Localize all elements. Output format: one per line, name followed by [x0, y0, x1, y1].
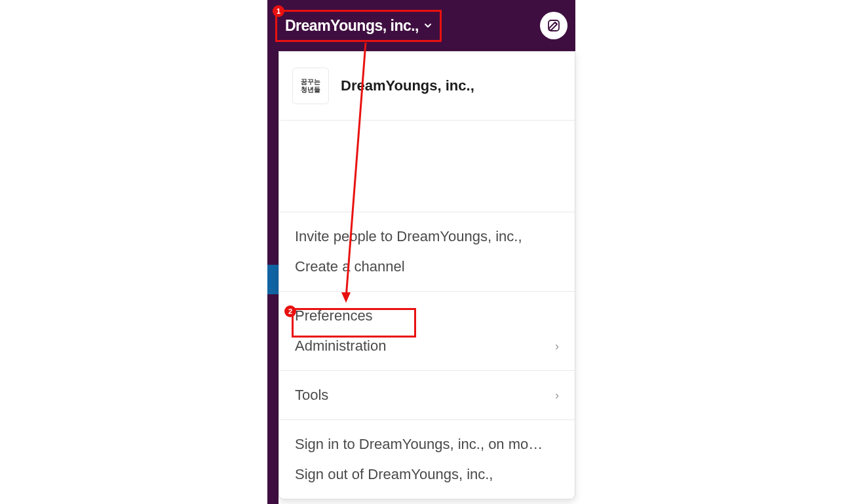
menu-sign-out[interactable]: Sign out of DreamYoungs, inc., — [279, 459, 575, 490]
menu-tools[interactable]: Tools › — [279, 380, 575, 410]
workspace-name: DreamYoungs, inc., — [341, 77, 474, 94]
chevron-right-icon: › — [555, 339, 559, 353]
menu-item-label: Preferences — [295, 307, 373, 324]
annotation-badge-1: 1 — [273, 5, 284, 17]
chevron-down-icon — [424, 22, 432, 29]
svg-rect-0 — [548, 20, 559, 31]
menu-item-label: Create a channel — [295, 258, 405, 275]
menu-item-label: Invite people to DreamYoungs, inc., — [295, 228, 522, 245]
dropdown-group-tools: Tools › — [279, 371, 575, 420]
chevron-right-icon: › — [555, 389, 559, 402]
annotation-badge-2: 2 — [284, 305, 296, 317]
sidebar-active-indicator — [267, 265, 279, 294]
badge-number: 1 — [277, 7, 280, 15]
badge-number: 2 — [288, 307, 292, 315]
menu-administration[interactable]: Administration › — [279, 331, 575, 361]
menu-item-label: Tools — [295, 387, 328, 404]
workspace-icon: 꿈꾸는 청년들 — [292, 68, 329, 104]
workspace-icon-text: 꿈꾸는 청년들 — [301, 78, 320, 94]
menu-invite-people[interactable]: Invite people to DreamYoungs, inc., — [279, 222, 575, 252]
menu-item-label: Administration — [295, 338, 386, 355]
compose-button[interactable] — [540, 12, 567, 39]
menu-item-label: Sign out of DreamYoungs, inc., — [295, 466, 493, 483]
menu-item-label: Sign in to DreamYoungs, inc., on mo… — [295, 436, 543, 453]
dropdown-header[interactable]: 꿈꾸는 청년들 DreamYoungs, inc., — [279, 52, 575, 121]
workspace-switcher-button[interactable]: DreamYoungs, inc., — [275, 10, 442, 42]
dropdown-group-channels: Invite people to DreamYoungs, inc., Crea… — [279, 212, 575, 292]
sidebar-header: DreamYoungs, inc., — [267, 0, 575, 51]
menu-sign-in-mobile[interactable]: Sign in to DreamYoungs, inc., on mo… — [279, 429, 575, 459]
dropdown-spacer — [279, 121, 575, 212]
menu-preferences[interactable]: Preferences — [279, 301, 575, 331]
dropdown-group-settings: Preferences Administration › — [279, 292, 575, 371]
workspace-dropdown: 꿈꾸는 청년들 DreamYoungs, inc., Invite people… — [279, 51, 575, 499]
app-container: DreamYoungs, inc., 꿈꾸는 청년들 DreamYoungs, … — [267, 0, 575, 504]
menu-create-channel[interactable]: Create a channel — [279, 252, 575, 282]
dropdown-group-auth: Sign in to DreamYoungs, inc., on mo… Sig… — [279, 420, 575, 499]
compose-icon — [547, 19, 560, 32]
workspace-title: DreamYoungs, inc., — [285, 17, 419, 35]
